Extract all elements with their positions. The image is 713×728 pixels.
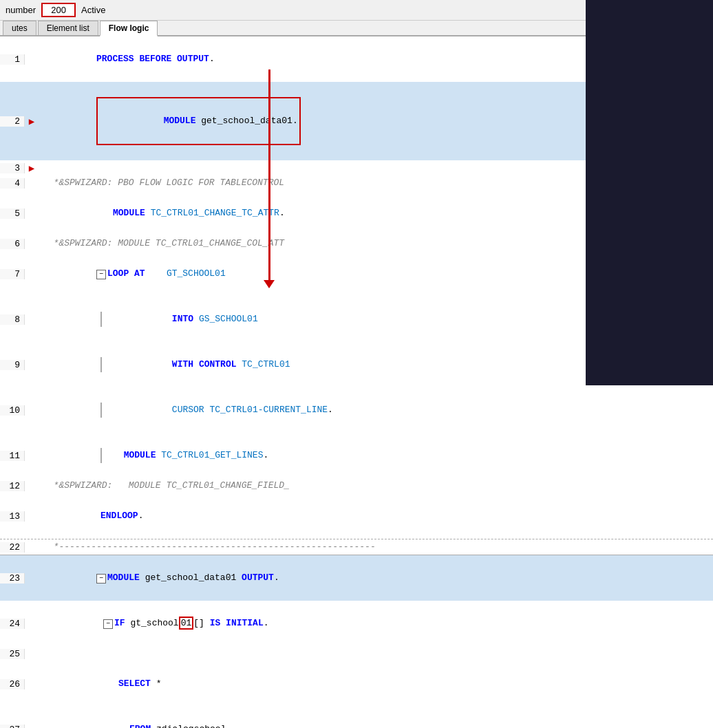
line-number-10: 10 [0,405,25,416]
number-input[interactable] [41,3,76,17]
collapse-icon-24[interactable]: − [103,619,113,629]
line-number-26: 26 [0,679,25,689]
tab-element-list[interactable]: Element list [38,21,98,35]
line-number-25: 25 [0,649,25,659]
code-line-26: 26 SELECT * [0,661,713,707]
line-content-27[interactable]: FROM zdialogschool [39,707,713,728]
code-line-22: 22 *------------------------------------… [0,539,713,555]
line-content-12[interactable]: *&SPWIZARD: MODULE TC_CTRL01_CHANGE_FIEL… [39,478,713,493]
main-container: number Active utes Element list Flow log… [0,0,713,728]
code-line-27: 27 FROM zdialogschool [0,707,713,728]
line-content-13[interactable]: ENDLOOP. [39,493,713,539]
line-number-24: 24 [0,619,25,629]
status-badge: Active [81,5,105,15]
line-content-23[interactable]: −MODULE get_school_data01 OUTPUT. [39,555,713,601]
code-line-25: 25 [0,646,713,661]
arrow-head [264,280,275,288]
dark-right-panel [586,0,713,385]
line-number-5: 5 [0,208,25,219]
line-number-4: 4 [0,178,25,189]
line-number-22: 22 [0,542,25,553]
line-number-3: 3 [0,163,25,173]
line-number-23: 23 [0,573,25,584]
code-line-11: 11 MODULE TC_CTRL01_GET_LINES. [0,433,713,478]
code-line-24: 24 −IF gt_school01[] IS INITIAL. [0,601,713,646]
line-number-13: 13 [0,511,25,522]
code-section-bottom: 23 −MODULE get_school_data01 OUTPUT. 24 … [0,555,713,728]
line-number-9: 9 [0,360,25,370]
line-content-11[interactable]: MODULE TC_CTRL01_GET_LINES. [39,433,713,478]
line-number-12: 12 [0,481,25,491]
collapse-icon-7[interactable]: − [96,270,106,279]
line-number-2: 2 [0,116,25,127]
line-number-8: 8 [0,314,25,325]
collapse-icon-23[interactable]: − [96,574,106,584]
tab-utes[interactable]: utes [3,21,36,35]
code-line-13: 13 ENDLOOP. [0,493,713,539]
line-number-7: 7 [0,269,25,279]
line-number-6: 6 [0,239,25,249]
line-content-26[interactable]: SELECT * [39,661,713,707]
navigation-arrow [268,69,270,283]
code-line-23: 23 −MODULE get_school_data01 OUTPUT. [0,555,713,601]
line-content-22[interactable]: *---------------------------------------… [39,539,713,555]
line-number-1: 1 [0,54,25,65]
code-line-12: 12 *&SPWIZARD: MODULE TC_CTRL01_CHANGE_F… [0,478,713,493]
line-number-11: 11 [0,451,25,461]
tab-flow-logic[interactable]: Flow logic [100,21,158,36]
code-line-10: 10 CURSOR TC_CTRL01-CURRENT_LINE. [0,387,713,433]
line-content-24[interactable]: −IF gt_school01[] IS INITIAL. [39,601,713,646]
line-content-10[interactable]: CURSOR TC_CTRL01-CURRENT_LINE. [39,387,713,433]
line-number-27: 27 [0,725,25,729]
number-label: number [6,5,36,15]
